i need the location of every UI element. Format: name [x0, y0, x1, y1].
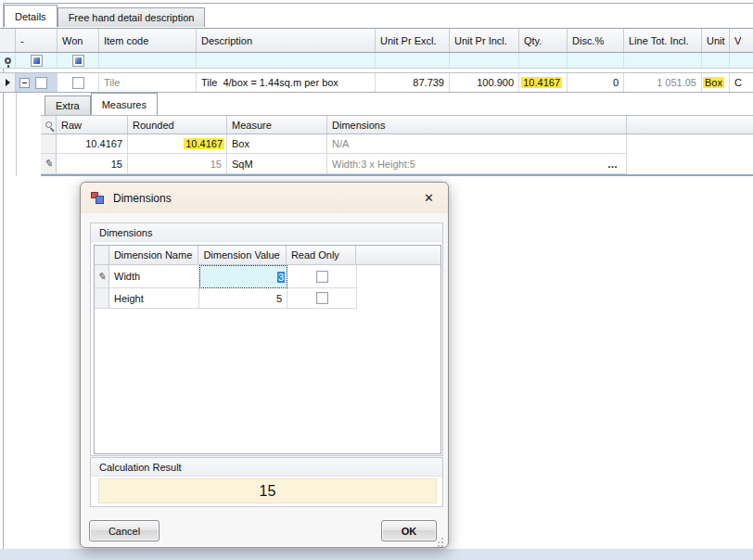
dimensions-text: Width:3 x Height:5: [332, 159, 415, 170]
read-only-checkbox[interactable]: [316, 292, 328, 304]
dialog-title: Dimensions: [113, 192, 172, 205]
won-filter-checkbox[interactable]: [72, 55, 84, 67]
calculation-result-group: Calculation Result 15: [90, 457, 443, 507]
raw-cell[interactable]: 15: [57, 154, 128, 173]
column-header-unit-pr-incl[interactable]: Unit Pr Incl.: [450, 29, 519, 52]
column-header-line-tot[interactable]: Line Tot. Incl.: [624, 29, 702, 52]
filter-unit-pr-excl-cell[interactable]: [376, 53, 450, 68]
cancel-button[interactable]: Cancel: [89, 520, 160, 541]
measures-header-indicator: [41, 116, 57, 134]
dimension-value-cell[interactable]: 5: [199, 288, 287, 309]
form-icon: [91, 192, 105, 205]
dimension-value-editor[interactable]: 3: [199, 265, 287, 288]
column-header-dimension-value[interactable]: Dimension Value: [198, 246, 287, 264]
column-header-read-only[interactable]: Read Only: [287, 246, 356, 264]
edit-pencil-icon: ✎: [44, 158, 52, 170]
tab-extra[interactable]: Extra: [45, 95, 91, 115]
dimensions-grid: Dimension Name Dimension Value Read Only…: [94, 245, 441, 454]
tab-measures[interactable]: Measures: [91, 93, 158, 115]
measures-row1-indicator: [41, 134, 57, 153]
calculation-result-value: 15: [260, 483, 276, 500]
dash-filter-checkbox[interactable]: [31, 55, 43, 67]
line-tot-cell[interactable]: 1 051.05: [624, 73, 702, 92]
unit-pr-incl-cell[interactable]: 100.900: [450, 73, 519, 92]
filter-dash-cell[interactable]: [16, 53, 57, 68]
filter-description-cell[interactable]: [197, 53, 376, 68]
read-only-cell: [287, 265, 357, 288]
filter-unit-pr-incl-cell[interactable]: [450, 53, 519, 68]
column-header-unit[interactable]: Unit: [702, 29, 730, 52]
calculation-result-field: 15: [98, 478, 437, 503]
search-icon: [45, 121, 52, 128]
dialog-titlebar[interactable]: Dimensions ✕: [81, 183, 448, 213]
column-header-dimension-name[interactable]: Dimension Name: [109, 246, 198, 264]
measure-cell[interactable]: Box: [227, 134, 327, 153]
column-header-won[interactable]: Won: [57, 29, 99, 52]
measures-header-row: Raw Rounded Measure Dimensions: [41, 115, 753, 134]
close-icon[interactable]: ✕: [420, 190, 438, 206]
dimension-row-width: ✎ Width 3: [95, 265, 440, 288]
filter-unit-cell[interactable]: [702, 53, 730, 68]
focused-row-arrow-icon: [6, 79, 10, 86]
collapse-detail-icon[interactable]: [19, 78, 30, 88]
column-header-rounded[interactable]: Rounded: [128, 116, 227, 134]
rounded-cell[interactable]: 10.4167: [128, 134, 227, 153]
auto-filter-row: [0, 53, 753, 69]
measures-row-box: 10.4167 10.4167 Box N/A: [41, 134, 627, 154]
ok-button[interactable]: OK: [381, 520, 437, 541]
resize-grip[interactable]: [435, 535, 443, 543]
column-header-measure[interactable]: Measure: [227, 116, 327, 134]
filter-disc-cell[interactable]: [568, 53, 624, 68]
filter-line-tot-cell[interactable]: [624, 53, 702, 68]
column-header-raw[interactable]: Raw: [57, 116, 128, 134]
dimensions-cell[interactable]: N/A: [327, 134, 627, 153]
dimension-name-cell[interactable]: Width: [109, 265, 199, 288]
column-header-qty[interactable]: Qty.: [519, 29, 568, 52]
won-checkbox[interactable]: [72, 77, 84, 89]
dlg-row2-indicator: [95, 288, 109, 309]
grid-data-row: Tile Tile 4/box = 1.44sq.m per box 87.73…: [0, 72, 753, 93]
qty-cell[interactable]: 10.4167: [519, 73, 568, 92]
item-code-cell[interactable]: Tile: [99, 73, 197, 92]
calculation-result-caption: Calculation Result: [91, 458, 442, 477]
filter-qty-cell[interactable]: [519, 53, 568, 68]
column-header-dash[interactable]: -: [16, 29, 57, 52]
disc-cell[interactable]: 0: [568, 73, 624, 92]
row-indicator: [0, 73, 16, 92]
dash-checkbox[interactable]: [35, 77, 47, 89]
filter-won-cell[interactable]: [57, 53, 99, 68]
indicator-column-line: [16, 93, 17, 176]
dimensions-cell[interactable]: Width:3 x Height:5 …: [327, 154, 627, 173]
filter-pin-icon: [5, 57, 11, 64]
vat-cell[interactable]: C: [730, 73, 753, 92]
column-header-disc[interactable]: Disc.%: [568, 29, 624, 52]
tab-free-hand-detail-description[interactable]: Free hand detail description: [57, 7, 206, 27]
filter-vat-cell[interactable]: [730, 53, 753, 68]
unit-pr-excl-cell[interactable]: 87.739: [376, 73, 450, 92]
dimension-name-cell[interactable]: Height: [109, 288, 199, 309]
read-only-checkbox[interactable]: [316, 271, 328, 283]
filter-row-indicator: [0, 53, 16, 68]
measures-header-filler: [627, 116, 753, 134]
column-header-item-code[interactable]: Item code: [99, 29, 197, 52]
column-header-dimensions[interactable]: Dimensions: [327, 116, 627, 134]
qty-highlight: 10.4167: [521, 77, 562, 88]
rounded-cell[interactable]: 15: [128, 154, 227, 173]
raw-cell[interactable]: 10.4167: [57, 134, 128, 153]
column-header-description[interactable]: Description: [197, 29, 376, 52]
dimension-row-height: Height 5: [95, 288, 440, 309]
dimensions-grid-header: Dimension Name Dimension Value Read Only: [95, 246, 440, 265]
filter-item-code-cell[interactable]: [99, 53, 197, 68]
dlg-header-indicator: [95, 246, 109, 264]
dimensions-dialog: Dimensions ✕ Dimensions Dimension Name D…: [80, 182, 449, 548]
tab-details[interactable]: Details: [4, 5, 57, 27]
window-footer-strip: [0, 549, 753, 560]
dimensions-ellipsis-button[interactable]: …: [605, 159, 621, 170]
column-header-vat[interactable]: V: [730, 29, 753, 52]
unit-cell[interactable]: Box: [702, 73, 730, 92]
description-cell[interactable]: Tile 4/box = 1.44sq.m per box: [197, 73, 376, 92]
dash-cell: [16, 73, 57, 92]
measures-row-sqm: ✎ 15 15 SqM Width:3 x Height:5 …: [41, 154, 627, 174]
column-header-unit-pr-excl[interactable]: Unit Pr Excl.: [376, 29, 450, 52]
measure-cell[interactable]: SqM: [227, 154, 327, 173]
